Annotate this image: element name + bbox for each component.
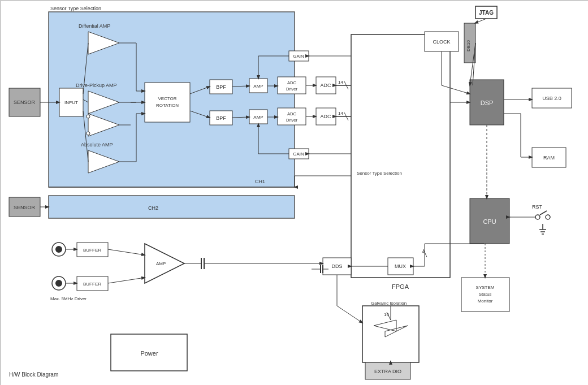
svg-text:SYSTEM: SYSTEM	[476, 285, 495, 290]
svg-text:Monitor: Monitor	[478, 299, 493, 304]
svg-text:14: 14	[338, 111, 343, 116]
svg-text:14: 14	[338, 80, 343, 85]
svg-text:BPF: BPF	[216, 115, 226, 121]
svg-text:SENSOR: SENSOR	[14, 205, 36, 210]
svg-text:ADC: ADC	[287, 111, 296, 116]
svg-text:CH1: CH1	[255, 179, 265, 184]
svg-text:RST: RST	[532, 204, 543, 210]
svg-text:CH2: CH2	[148, 205, 158, 211]
svg-text:Driver: Driver	[286, 86, 298, 92]
svg-text:Driver: Driver	[286, 118, 298, 123]
svg-text:Diffential AMP: Diffential AMP	[79, 23, 110, 29]
svg-point-156	[55, 246, 62, 253]
svg-rect-4	[49, 196, 295, 218]
svg-text:Power: Power	[140, 350, 158, 357]
svg-text:Absolute AMP: Absolute AMP	[81, 142, 113, 148]
svg-point-158	[55, 280, 62, 287]
svg-text:BPF: BPF	[216, 84, 226, 90]
svg-text:MUX: MUX	[395, 263, 406, 269]
svg-text:Max. 5MHz Driver: Max. 5MHz Driver	[50, 296, 87, 301]
diagram-title: H/W Block Diagram	[9, 371, 58, 378]
svg-text:AMP: AMP	[253, 84, 263, 89]
svg-rect-70	[351, 34, 450, 278]
svg-text:ROTATION: ROTATION	[156, 103, 179, 108]
svg-text:CPU: CPU	[483, 218, 496, 225]
svg-text:AMP: AMP	[156, 261, 166, 266]
svg-text:RAM: RAM	[543, 155, 555, 161]
svg-text:BUFFER: BUFFER	[83, 282, 101, 287]
svg-text:DB10: DB10	[466, 40, 471, 51]
svg-text:4: 4	[422, 249, 425, 254]
svg-text:Drive-Pickup AMP: Drive-Pickup AMP	[76, 83, 117, 88]
svg-text:Sensor Type Selection: Sensor Type Selection	[50, 6, 101, 11]
svg-text:Sensor Type Selection: Sensor Type Selection	[357, 171, 402, 176]
svg-text:DSP: DSP	[481, 100, 494, 106]
diagram-container: H/W Block Diagram Sensor Type Selection …	[0, 0, 588, 385]
svg-point-13	[87, 132, 90, 135]
svg-point-12	[87, 115, 90, 118]
svg-text:EXTRA DIO: EXTRA DIO	[374, 369, 401, 374]
svg-text:ADC: ADC	[320, 114, 331, 119]
svg-text:Status: Status	[479, 292, 492, 297]
svg-text:VECTOR: VECTOR	[158, 96, 176, 101]
svg-text:FPGA: FPGA	[392, 283, 409, 290]
svg-text:SENSOR: SENSOR	[14, 100, 36, 105]
svg-rect-26	[145, 83, 190, 122]
svg-text:Galvanic Isolation: Galvanic Isolation	[371, 301, 407, 306]
svg-text:GAIN: GAIN	[293, 54, 304, 59]
svg-text:DDS: DDS	[331, 263, 342, 269]
svg-text:USB 2.0: USB 2.0	[542, 96, 561, 101]
svg-text:INPUT: INPUT	[64, 100, 78, 105]
svg-text:CLOCK: CLOCK	[433, 39, 450, 45]
svg-text:ADC: ADC	[287, 80, 296, 85]
svg-text:GAIN: GAIN	[293, 152, 304, 157]
svg-text:16: 16	[384, 312, 389, 317]
svg-text:BUFFER: BUFFER	[83, 248, 101, 253]
svg-text:JTAG: JTAG	[479, 10, 494, 16]
svg-text:AMP: AMP	[253, 115, 263, 120]
svg-text:ADC: ADC	[320, 83, 331, 88]
